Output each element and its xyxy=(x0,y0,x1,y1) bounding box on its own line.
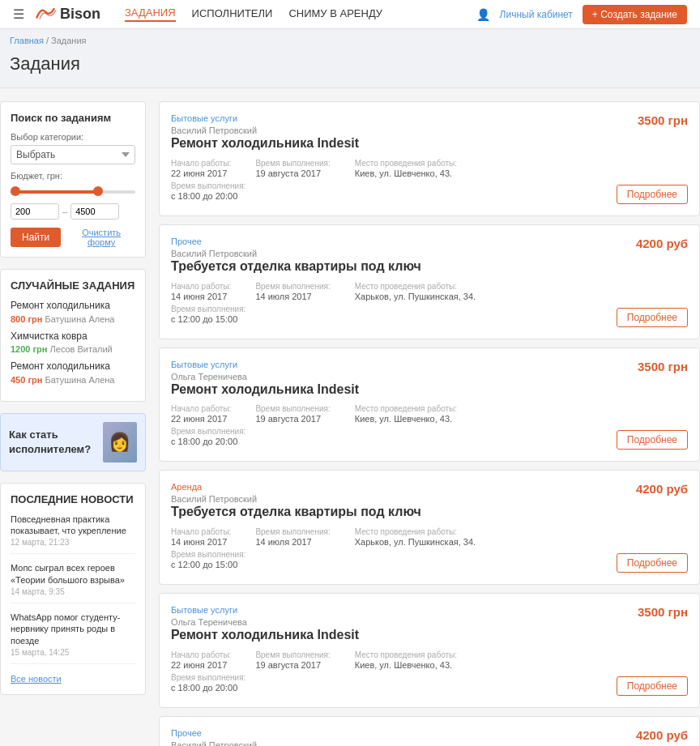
job-start-label-0: Начало работы: xyxy=(171,159,231,168)
detail-button-0[interactable]: Подробнее xyxy=(617,185,688,204)
budget-min-input[interactable] xyxy=(11,203,59,220)
job-price-3: 4200 руб xyxy=(636,482,688,496)
job-location-value-2: Киев, ул. Шевченко, 43. xyxy=(355,414,457,424)
category-select[interactable]: Выбрать xyxy=(11,145,135,164)
job-user-1: Василий Петровский xyxy=(171,249,688,258)
random-task-user-1: Лесов Виталий xyxy=(50,344,113,354)
job-card-2: Бытовые услуги Ольга Тереничева Ремонт х… xyxy=(159,347,700,463)
job-location-label-0: Место проведения работы: xyxy=(355,159,457,168)
job-user-4: Ольга Тереничева xyxy=(171,617,688,627)
news-title-0: Повседневная практика показывает, что ук… xyxy=(11,514,135,537)
job-deadline-label-3: Время выполнения: xyxy=(255,527,330,536)
job-time-value-3: с 12:00 до 15:00 xyxy=(171,560,245,569)
job-time-label-1: Время выполнения: xyxy=(171,305,245,313)
logo-text: Bison xyxy=(60,6,100,23)
job-time-value-2: с 18:00 до 20:00 xyxy=(171,437,245,446)
job-deadline-value-4: 19 августа 2017 xyxy=(255,660,330,670)
nav-arenda[interactable]: СНИМУ В АРЕНДУ xyxy=(288,7,382,21)
create-task-button[interactable]: + Создать задание xyxy=(583,5,687,24)
job-card-5: Прочее Василий Петровский Требуется отде… xyxy=(159,716,700,746)
job-location-value-4: Киев, ул. Шевченко, 43. xyxy=(355,660,457,670)
news-title: ПОСЛЕДНИЕ НОВОСТИ xyxy=(11,493,135,505)
budget-label: Бюджет, грн: xyxy=(11,171,135,181)
clear-form-button[interactable]: Очистить форму xyxy=(67,228,135,247)
job-title-2: Ремонт холодильника Indesit xyxy=(171,382,688,399)
become-banner[interactable]: Как стать исполнителем? 👩 xyxy=(0,413,146,471)
menu-icon[interactable]: ☰ xyxy=(13,6,24,22)
job-price-0: 3500 грн xyxy=(638,113,688,127)
nav-zadaniya[interactable]: ЗАДАНИЯ xyxy=(125,6,176,22)
job-tag-3: Аренда xyxy=(171,482,688,492)
all-news-link[interactable]: Все новости xyxy=(11,674,62,684)
breadcrumb-current: Задания xyxy=(51,36,86,45)
job-start-label-1: Начало работы: xyxy=(171,282,231,291)
job-price-5: 4200 руб xyxy=(636,728,688,742)
detail-button-4[interactable]: Подробнее xyxy=(617,676,688,696)
job-start-value-4: 22 июня 2017 xyxy=(171,660,231,670)
logo-icon xyxy=(34,6,57,23)
job-start-label-4: Начало работы: xyxy=(171,650,231,659)
job-deadline-value-3: 14 июля 2017 xyxy=(255,537,330,547)
job-price-4: 3500 грн xyxy=(638,605,688,619)
news-title-1: Мопс сыграл всех героев «Теории большого… xyxy=(11,562,135,586)
news-title-2: WhatsApp помог студенту-нервнику принять… xyxy=(11,612,135,646)
random-task-price-0: 800 грн xyxy=(11,314,42,324)
job-deadline-label-4: Время выполнения: xyxy=(255,650,330,659)
news-date-1: 14 марта, 9:35 xyxy=(11,587,135,596)
job-start-value-1: 14 июня 2017 xyxy=(171,292,231,301)
random-task-price-1: 1200 грн xyxy=(11,344,47,354)
random-task-item-1: Химчистка ковра 1200 грн Лесов Виталий xyxy=(11,330,135,355)
job-tag-5: Прочее xyxy=(171,728,688,738)
job-time-label-2: Время выполнения: xyxy=(171,427,245,436)
job-location-value-3: Харьков, ул. Пушкинская, 34. xyxy=(355,537,476,547)
job-price-2: 3500 грн xyxy=(638,360,688,373)
job-user-2: Ольга Тереничева xyxy=(171,372,688,382)
job-card-1: Прочее Василий Петровский Требуется отде… xyxy=(159,224,700,339)
random-task-user-0: Батушина Алена xyxy=(45,314,114,324)
random-tasks-title: СЛУЧАЙНЫЕ ЗАДАНИЯ xyxy=(11,279,135,292)
job-user-0: Василий Петровский xyxy=(171,126,688,135)
job-start-label-3: Начало работы: xyxy=(171,527,231,536)
job-location-value-0: Киев, ул. Шевченко, 43. xyxy=(355,168,457,178)
news-item-2: WhatsApp помог студенту-нервнику принять… xyxy=(11,612,135,664)
user-cabinet-link[interactable]: Личный кабинет xyxy=(500,9,573,20)
news-item-0: Повседневная практика показывает, что ук… xyxy=(11,514,135,555)
page-title: Задания xyxy=(10,49,690,84)
job-location-label-1: Место проведения работы: xyxy=(355,282,476,291)
job-start-value-2: 22 июня 2017 xyxy=(171,414,231,424)
nav-ispolniteli[interactable]: ИСПОЛНИТЕЛИ xyxy=(192,7,273,21)
job-card-4: Бытовые услуги Ольга Тереничева Ремонт х… xyxy=(159,593,700,708)
detail-button-1[interactable]: Подробнее xyxy=(617,308,688,327)
job-tag-2: Бытовые услуги xyxy=(171,360,688,369)
news-item-1: Мопс сыграл всех героев «Теории большого… xyxy=(11,562,135,603)
search-title: Поиск по заданиям xyxy=(11,112,135,124)
job-location-value-1: Харьков, ул. Пушкинская, 34. xyxy=(355,292,476,301)
job-time-label-4: Время выполнения: xyxy=(171,673,245,682)
job-deadline-value-0: 19 августа 2017 xyxy=(255,168,330,178)
job-title-3: Требуется отделка квартиры под ключ xyxy=(171,504,688,521)
breadcrumb-home[interactable]: Главная xyxy=(10,36,44,45)
random-task-price-2: 450 грн xyxy=(11,375,42,385)
job-tag-0: Бытовые услуги xyxy=(171,113,688,123)
job-title-0: Ремонт холодильника Indesit xyxy=(171,135,688,152)
random-task-title-1: Химчистка ковра xyxy=(11,330,135,343)
job-user-3: Василий Петровский xyxy=(171,494,688,504)
detail-button-3[interactable]: Подробнее xyxy=(617,553,688,573)
job-deadline-value-1: 14 июля 2017 xyxy=(255,292,330,301)
job-location-label-2: Место проведения работы: xyxy=(355,404,457,413)
job-start-label-2: Начало работы: xyxy=(171,404,231,413)
random-task-title-0: Ремонт холодильника xyxy=(11,300,135,313)
job-deadline-label-0: Время выполнения: xyxy=(255,159,330,168)
budget-max-input[interactable] xyxy=(70,203,119,220)
range-thumb-right[interactable] xyxy=(93,186,103,196)
detail-button-2[interactable]: Подробнее xyxy=(617,430,688,450)
job-time-label-3: Время выполнения: xyxy=(171,550,245,559)
job-title-4: Ремонт холодильника Indesit xyxy=(171,627,688,644)
range-thumb-left[interactable] xyxy=(11,186,20,196)
job-user-5: Василий Петровский xyxy=(171,740,688,746)
job-time-value-1: с 12:00 до 15:00 xyxy=(171,314,245,324)
become-image: 👩 xyxy=(103,422,137,463)
news-date-0: 12 марта, 21:23 xyxy=(11,538,135,547)
find-button[interactable]: Найти xyxy=(11,228,61,247)
job-card-0: Бытовые услуги Василий Петровский Ремонт… xyxy=(159,101,700,216)
